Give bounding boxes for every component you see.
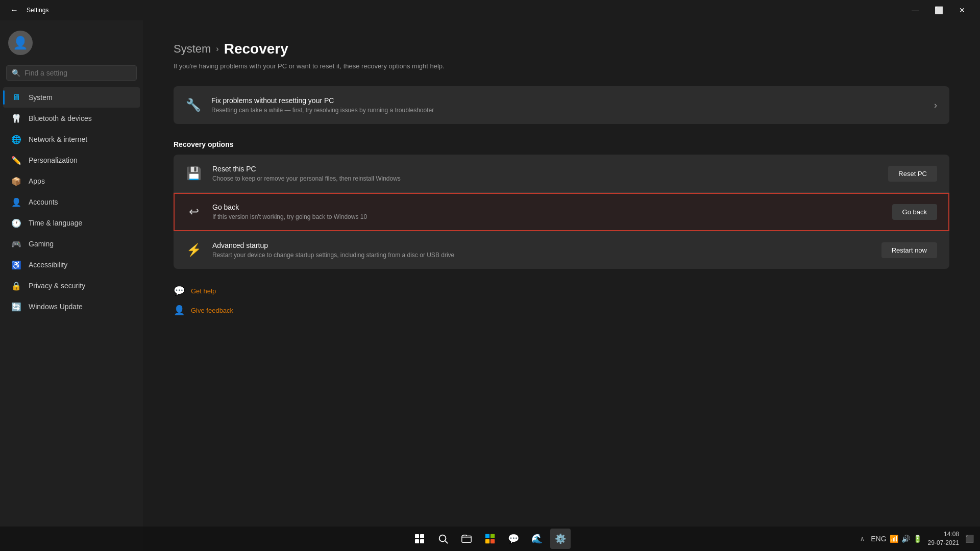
fix-problems-card[interactable]: 🔧 Fix problems without resetting your PC…	[174, 86, 949, 124]
tray-expand-button[interactable]: ∧	[860, 535, 865, 542]
taskbar-settings-icon: ⚙️	[555, 533, 566, 544]
accessibility-nav-label: Accessibility	[29, 261, 67, 269]
help-link-get-help[interactable]: 💬 Get help	[174, 285, 949, 296]
help-link-give-feedback[interactable]: 👤 Give feedback	[174, 305, 949, 316]
store-icon	[484, 533, 496, 544]
search-box[interactable]: 🔍	[6, 65, 137, 81]
give-feedback-icon: 👤	[174, 305, 185, 316]
reset-pc-title: Reset this PC	[212, 165, 878, 173]
personalization-nav-label: Personalization	[29, 156, 78, 164]
network-nav-label: Network & internet	[29, 135, 87, 143]
taskbar-explorer-button[interactable]	[456, 529, 477, 549]
taskbar-search-icon	[437, 533, 449, 544]
sidebar-item-network[interactable]: 🌐 Network & internet	[3, 129, 140, 149]
svg-rect-5	[485, 539, 489, 543]
taskbar-teams-button[interactable]: 💬	[503, 529, 524, 549]
sidebar-item-apps[interactable]: 📦 Apps	[3, 171, 140, 191]
option-row-go-back: ↩ Go back If this version isn't working,…	[174, 193, 949, 231]
taskbar-right: ∧ ENG 📶 🔊 🔋 14:08 29-07-2021 ⬛	[860, 530, 974, 547]
system-nav-label: System	[29, 93, 53, 102]
privacy-nav-icon: 🔒	[11, 281, 21, 291]
fix-card-title: Fix problems without resetting your PC	[211, 96, 924, 105]
svg-rect-4	[491, 534, 495, 538]
go-back-button[interactable]: Go back	[892, 204, 937, 220]
battery-icon[interactable]: 🔋	[913, 535, 922, 543]
reset-pc-text: Reset this PC Choose to keep or remove y…	[212, 165, 878, 182]
accounts-nav-label: Accounts	[29, 198, 58, 206]
svg-rect-2	[462, 536, 471, 543]
system-nav-icon: 🖥	[11, 92, 21, 103]
sidebar-item-gaming[interactable]: 🎮 Gaming	[3, 234, 140, 254]
sidebar-item-accounts[interactable]: 👤 Accounts	[3, 192, 140, 212]
taskbar: 💬 🌊 ⚙️ ∧ ENG 📶 🔊 🔋 14:08 29-07-2021 ⬛	[0, 527, 980, 551]
fix-card-text: Fix problems without resetting your PC R…	[211, 96, 924, 114]
breadcrumb-system[interactable]: System	[174, 42, 211, 56]
sidebar-item-system[interactable]: 🖥 System	[3, 87, 140, 108]
reset-pc-icon: 💾	[186, 166, 202, 181]
wifi-icon[interactable]: 📶	[890, 535, 898, 543]
network-nav-icon: 🌐	[11, 134, 21, 144]
go-back-title: Go back	[212, 203, 882, 211]
advanced-startup-icon: ⚡	[186, 243, 202, 257]
apps-nav-icon: 📦	[11, 176, 21, 186]
time-nav-label: Time & language	[29, 219, 82, 227]
gaming-nav-icon: 🎮	[11, 239, 21, 249]
sidebar-item-privacy[interactable]: 🔒 Privacy & security	[3, 276, 140, 296]
time-nav-icon: 🕐	[11, 218, 21, 228]
sidebar-item-winupdate[interactable]: 🔄 Windows Update	[3, 296, 140, 317]
start-button[interactable]	[409, 529, 430, 549]
go-back-desc: If this version isn't working, try going…	[212, 213, 882, 220]
app-container: 👤 🔍 🖥 System 🦷 Bluetooth & devices 🌐 Net…	[0, 20, 980, 551]
taskbar-center: 💬 🌊 ⚙️	[409, 529, 571, 549]
search-icon: 🔍	[12, 69, 20, 77]
advanced-startup-button[interactable]: Restart now	[881, 242, 937, 258]
breadcrumb-arrow: ›	[216, 44, 218, 54]
close-button[interactable]: ✕	[950, 0, 974, 20]
fix-card-arrow-icon: ›	[934, 100, 937, 111]
go-back-icon: ↩	[186, 205, 202, 219]
sidebar-item-bluetooth[interactable]: 🦷 Bluetooth & devices	[3, 108, 140, 129]
titlebar-controls: — ⬜ ✕	[903, 0, 974, 20]
page-description: If you're having problems with your PC o…	[174, 62, 949, 70]
edge-icon: 🌊	[531, 533, 543, 544]
minimize-button[interactable]: —	[903, 0, 927, 20]
taskbar-store-button[interactable]	[480, 529, 500, 549]
accounts-nav-icon: 👤	[11, 197, 21, 207]
taskbar-edge-button[interactable]: 🌊	[527, 529, 547, 549]
maximize-button[interactable]: ⬜	[927, 0, 950, 20]
clock-time: 14:08	[928, 530, 959, 539]
user-section: 👤	[0, 24, 143, 65]
advanced-startup-title: Advanced startup	[212, 241, 871, 249]
taskbar-search-button[interactable]	[433, 529, 453, 549]
give-feedback-label: Give feedback	[191, 307, 233, 314]
svg-line-1	[445, 541, 448, 543]
privacy-nav-label: Privacy & security	[29, 282, 85, 290]
get-help-icon: 💬	[174, 285, 185, 296]
sidebar-item-time[interactable]: 🕐 Time & language	[3, 213, 140, 233]
option-row-reset-pc: 💾 Reset this PC Choose to keep or remove…	[174, 155, 949, 193]
reset-pc-desc: Choose to keep or remove your personal f…	[212, 175, 878, 182]
system-clock[interactable]: 14:08 29-07-2021	[928, 530, 959, 547]
back-button[interactable]: ←	[6, 2, 22, 18]
svg-point-0	[439, 535, 446, 542]
titlebar-title: Settings	[27, 7, 48, 14]
apps-nav-label: Apps	[29, 177, 45, 185]
system-tray: ENG 📶 🔊 🔋	[871, 535, 921, 543]
language-indicator[interactable]: ENG	[871, 535, 886, 543]
get-help-label: Get help	[191, 287, 216, 295]
taskbar-settings-button[interactable]: ⚙️	[550, 529, 571, 549]
sidebar-item-personalization[interactable]: ✏️ Personalization	[3, 150, 140, 170]
options-container: 💾 Reset this PC Choose to keep or remove…	[174, 155, 949, 269]
winupdate-nav-icon: 🔄	[11, 302, 21, 312]
sidebar-item-accessibility[interactable]: ♿ Accessibility	[3, 255, 140, 275]
clock-date: 29-07-2021	[928, 539, 959, 547]
reset-pc-button[interactable]: Reset PC	[888, 166, 937, 182]
svg-rect-3	[485, 534, 489, 538]
speaker-icon[interactable]: 🔊	[901, 535, 910, 543]
search-input[interactable]	[24, 69, 131, 77]
notification-button[interactable]: ⬛	[965, 535, 974, 543]
recovery-options-label: Recovery options	[174, 140, 949, 148]
sidebar-nav: 🖥 System 🦷 Bluetooth & devices 🌐 Network…	[0, 87, 143, 317]
bluetooth-nav-label: Bluetooth & devices	[29, 114, 92, 122]
winupdate-nav-label: Windows Update	[29, 303, 83, 311]
